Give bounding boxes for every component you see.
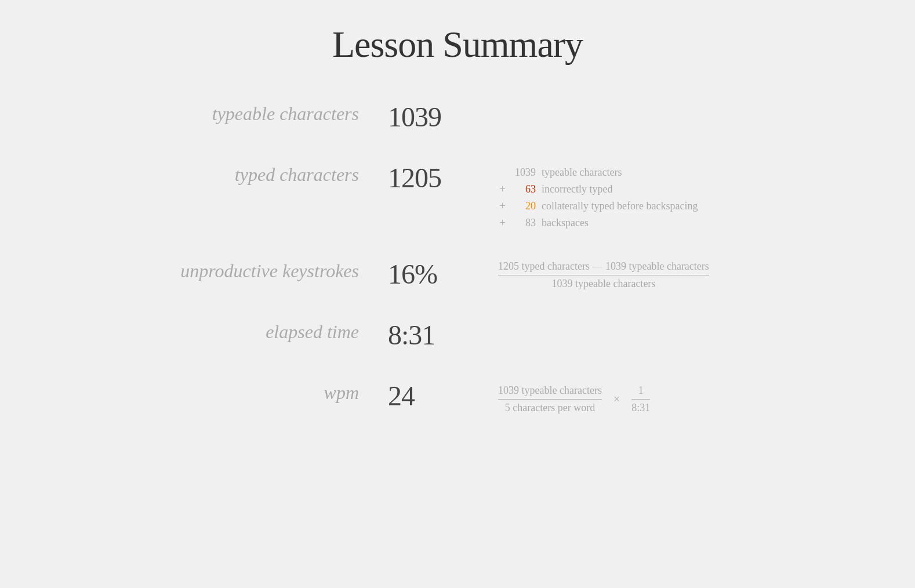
typed-characters-label: typed characters	[110, 162, 388, 186]
detail-line-2: + 63 incorrectly typed	[498, 183, 698, 195]
typed-characters-row: typed characters 1205 1039 typeable char…	[110, 162, 805, 229]
wpm-fraction-1: 1039 typeable characters 5 characters pe…	[498, 384, 602, 414]
desc-3: collaterally typed before backspacing	[542, 200, 698, 212]
detail-line-3: + 20 collaterally typed before backspaci…	[498, 200, 698, 212]
unproductive-label: unproductive keystrokes	[110, 258, 388, 282]
wpm-label: wpm	[110, 380, 388, 404]
number-3: 20	[513, 200, 536, 212]
elapsed-time-label: elapsed time	[110, 319, 388, 343]
wpm-fraction-1-den: 5 characters per word	[505, 400, 595, 414]
unproductive-row: unproductive keystrokes 16% 1205 typed c…	[110, 258, 805, 290]
wpm-row: wpm 24 1039 typeable characters 5 charac…	[110, 380, 805, 414]
number-4: 83	[513, 217, 536, 229]
desc-1: typeable characters	[542, 166, 622, 179]
wpm-fraction-2-den: 8:31	[631, 400, 650, 414]
page-title: Lesson Summary	[332, 23, 583, 66]
elapsed-time-row: elapsed time 8:31	[110, 319, 805, 351]
unproductive-value: 16%	[388, 258, 481, 290]
times-symbol: ×	[613, 393, 620, 406]
typeable-characters-value: 1039	[388, 101, 481, 133]
wpm-fraction-2-num: 1	[638, 384, 644, 399]
operator-3: +	[498, 200, 507, 212]
detail-line-1: 1039 typeable characters	[498, 166, 698, 179]
number-1: 1039	[513, 166, 536, 179]
typed-characters-detail: 1039 typeable characters + 63 incorrectl…	[481, 162, 698, 229]
typed-characters-value: 1205	[388, 162, 481, 194]
typeable-characters-label: typeable characters	[110, 101, 388, 125]
wpm-fraction-2: 1 8:31	[631, 384, 650, 414]
number-2: 63	[513, 183, 536, 195]
detail-line-4: + 83 backspaces	[498, 217, 698, 229]
typeable-characters-row: typeable characters 1039	[110, 101, 805, 133]
summary-table: typeable characters 1039 typed character…	[110, 101, 805, 414]
unproductive-fraction-den: 1039 typeable characters	[498, 275, 709, 290]
wpm-detail: 1039 typeable characters 5 characters pe…	[481, 380, 650, 414]
unproductive-fraction-num: 1205 typed characters — 1039 typeable ch…	[498, 260, 709, 275]
desc-2: incorrectly typed	[542, 183, 612, 195]
elapsed-time-value: 8:31	[388, 319, 481, 351]
wpm-value: 24	[388, 380, 481, 412]
operator-2: +	[498, 183, 507, 195]
unproductive-fraction: 1205 typed characters — 1039 typeable ch…	[481, 258, 709, 290]
wpm-fraction-1-num: 1039 typeable characters	[498, 384, 602, 399]
operator-4: +	[498, 217, 507, 229]
desc-4: backspaces	[542, 217, 589, 229]
